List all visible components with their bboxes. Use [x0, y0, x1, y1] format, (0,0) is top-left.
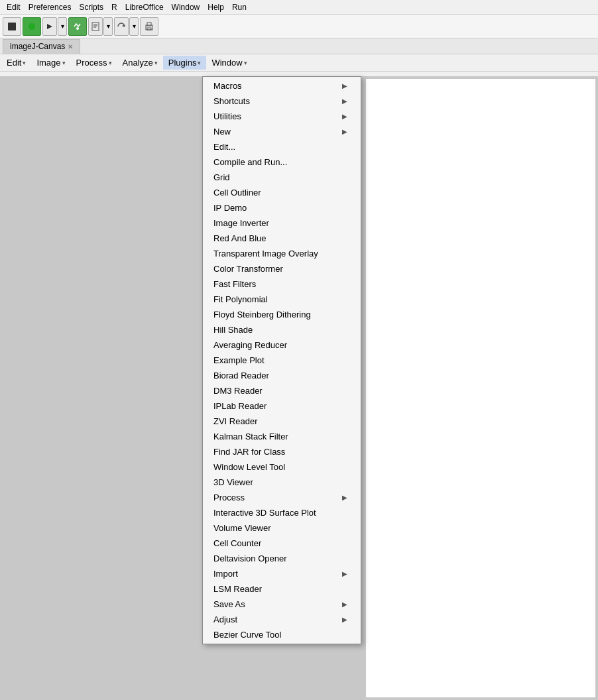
plugins-menu-item-29[interactable]: Volume Viewer: [203, 520, 361, 536]
top-menu-scripts[interactable]: Scripts: [75, 1, 107, 13]
plugins-menu: Macros▶Shortcuts▶Utilities▶New▶Edit...Co…: [202, 76, 361, 644]
toolbar-btn-dropdown[interactable]: ▾: [58, 17, 67, 36]
top-menu-window[interactable]: Window: [168, 1, 204, 13]
menu-arrow-image: ▾: [62, 60, 66, 66]
plugins-menu-label-20: DM3 Reader: [213, 386, 263, 396]
plugins-menu-item-36[interactable]: Bezier Curve Tool: [203, 627, 361, 642]
menu-item-plugins[interactable]: Plugins ▾: [163, 56, 207, 70]
plugins-menu-item-27[interactable]: Process▶: [203, 490, 361, 505]
submenu-arrow-1: ▶: [342, 97, 347, 105]
plugins-dropdown: Macros▶Shortcuts▶Utilities▶New▶Edit...Co…: [202, 76, 361, 644]
plugins-menu-item-8[interactable]: IP Demo: [203, 200, 361, 215]
plugins-menu-item-3[interactable]: New▶: [203, 124, 361, 139]
menu-item-analyze[interactable]: Analyze ▾: [117, 56, 163, 70]
submenu-arrow-32: ▶: [342, 570, 347, 577]
plugins-menu-item-2[interactable]: Utilities▶: [203, 109, 361, 124]
svg-point-3: [76, 27, 79, 30]
toolbar-btn-green[interactable]: [68, 17, 87, 36]
plugins-menu-label-21: IPLab Reader: [213, 401, 267, 411]
toolbar-btn-refresh-dropdown[interactable]: ▾: [129, 17, 139, 36]
svg-rect-4: [92, 23, 99, 30]
tab-imagej-canvas[interactable]: imageJ-Canvas ✕: [3, 39, 80, 54]
plugins-menu-item-0[interactable]: Macros▶: [203, 78, 361, 93]
plugins-menu-item-30[interactable]: Cell Counter: [203, 536, 361, 551]
plugins-menu-item-14[interactable]: Fit Polynomial: [203, 292, 361, 307]
plugins-menu-item-32[interactable]: Import▶: [203, 566, 361, 581]
toolbar: ▾ ▾ ▾: [0, 15, 598, 38]
plugins-menu-label-14: Fit Polynomial: [213, 294, 268, 304]
toolbar-btn-0[interactable]: [3, 17, 21, 36]
toolbar-btn-doc-dropdown[interactable]: ▾: [103, 17, 113, 36]
plugins-menu-label-2: Utilities: [213, 111, 241, 121]
app-menubar: Edit ▾ Image ▾ Process ▾ Analyze ▾ Plugi…: [0, 54, 598, 72]
plugins-menu-item-5[interactable]: Compile and Run...: [203, 154, 361, 170]
plugins-menu-item-26[interactable]: 3D Viewer: [203, 475, 361, 490]
plugins-menu-label-18: Example Plot: [213, 355, 265, 365]
plugins-menu-label-27: Process: [213, 493, 245, 502]
submenu-arrow-35: ▶: [342, 616, 347, 623]
plugins-menu-item-33[interactable]: LSM Reader: [203, 581, 361, 597]
toolbar-btn-refresh[interactable]: [114, 17, 129, 36]
plugins-menu-item-23[interactable]: Kalman Stack Filter: [203, 429, 361, 444]
plugins-menu-label-31: Deltavision Opener: [213, 554, 287, 563]
plugins-menu-item-17[interactable]: Averaging Reducer: [203, 337, 361, 353]
plugins-menu-item-35[interactable]: Adjust▶: [203, 612, 361, 627]
menu-arrow-edit: ▾: [23, 60, 26, 66]
plugins-menu-label-28: Interactive 3D Surface Plot: [213, 508, 316, 518]
toolbar-btn-play[interactable]: [42, 17, 57, 36]
plugins-menu-item-1[interactable]: Shortcuts▶: [203, 93, 361, 109]
toolbar-btn-doc[interactable]: [88, 17, 103, 36]
menu-item-edit[interactable]: Edit ▾: [1, 56, 31, 70]
plugins-menu-label-24: Find JAR for Class: [213, 447, 285, 457]
plugins-menu-item-18[interactable]: Example Plot: [203, 353, 361, 368]
plugins-menu-item-16[interactable]: Hill Shade: [203, 322, 361, 337]
plugins-menu-item-20[interactable]: DM3 Reader: [203, 383, 361, 398]
submenu-arrow-3: ▶: [342, 128, 347, 135]
plugins-menu-item-21[interactable]: IPLab Reader: [203, 398, 361, 414]
tab-close-icon[interactable]: ✕: [68, 43, 73, 50]
plugins-menu-item-9[interactable]: Image Inverter: [203, 215, 361, 231]
plugins-menu-label-13: Fast Filters: [213, 279, 256, 289]
top-menu-libreoffice[interactable]: LibreOffice: [121, 1, 168, 13]
plugins-menu-item-28[interactable]: Interactive 3D Surface Plot: [203, 505, 361, 520]
plugins-menu-label-3: New: [213, 127, 231, 137]
plugins-menu-item-19[interactable]: Biorad Reader: [203, 368, 361, 383]
menu-item-image[interactable]: Image ▾: [31, 56, 70, 70]
plugins-menu-label-17: Averaging Reducer: [213, 340, 287, 350]
plugins-menu-item-34[interactable]: Save As▶: [203, 597, 361, 612]
top-menu-edit[interactable]: Edit: [3, 1, 25, 13]
plugins-menu-item-7[interactable]: Cell Outliner: [203, 185, 361, 200]
plugins-menu-item-22[interactable]: ZVI Reader: [203, 414, 361, 429]
plugins-menu-item-12[interactable]: Color Transformer: [203, 261, 361, 276]
plugins-menu-item-24[interactable]: Find JAR for Class: [203, 444, 361, 459]
plugins-menu-label-26: 3D Viewer: [213, 477, 253, 487]
toolbar-btn-record[interactable]: [23, 17, 41, 36]
top-menu-r[interactable]: R: [107, 1, 121, 13]
plugins-menu-item-6[interactable]: Grid: [203, 170, 361, 185]
plugins-menu-item-4[interactable]: Edit...: [203, 139, 361, 154]
plugins-menu-item-15[interactable]: Floyd Steinberg Dithering: [203, 307, 361, 322]
plugins-menu-item-11[interactable]: Transparent Image Overlay: [203, 246, 361, 261]
content-panel: [366, 79, 595, 697]
plugins-menu-label-33: LSM Reader: [213, 584, 262, 594]
top-menu-run[interactable]: Run: [228, 1, 251, 13]
plugins-menu-label-8: IP Demo: [213, 203, 247, 213]
plugins-menu-item-10[interactable]: Red And Blue: [203, 231, 361, 246]
plugins-menu-label-7: Cell Outliner: [213, 188, 261, 198]
plugins-menu-item-13[interactable]: Fast Filters: [203, 276, 361, 292]
plugins-menu-label-23: Kalman Stack Filter: [213, 432, 288, 441]
submenu-arrow-2: ▶: [342, 113, 347, 120]
plugins-menu-label-22: ZVI Reader: [213, 416, 257, 426]
menu-item-process[interactable]: Process ▾: [71, 56, 117, 70]
plugins-menu-label-19: Biorad Reader: [213, 371, 269, 380]
top-menu-preferences[interactable]: Preferences: [25, 1, 76, 13]
top-menu-help[interactable]: Help: [204, 1, 228, 13]
plugins-menu-label-6: Grid: [213, 172, 230, 182]
toolbar-btn-print[interactable]: [140, 17, 158, 36]
plugins-menu-item-25[interactable]: Window Level Tool: [203, 459, 361, 475]
menu-arrow-analyze: ▾: [154, 60, 158, 66]
svg-point-1: [29, 23, 35, 30]
plugins-menu-label-16: Hill Shade: [213, 325, 253, 335]
plugins-menu-item-31[interactable]: Deltavision Opener: [203, 551, 361, 566]
menu-item-window[interactable]: Window ▾: [206, 56, 252, 70]
